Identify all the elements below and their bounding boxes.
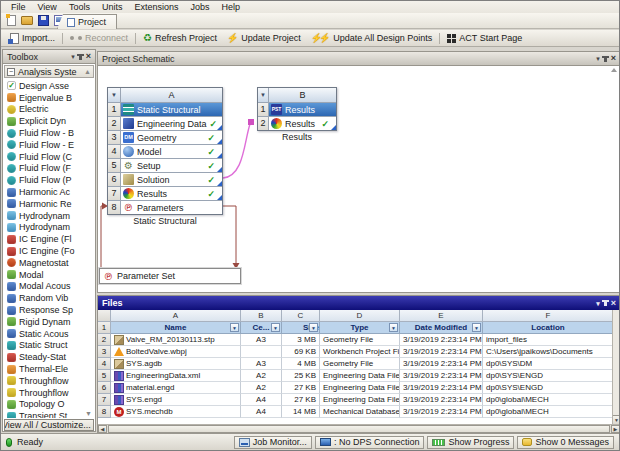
pin-icon[interactable] bbox=[604, 300, 607, 306]
parameter-set-bar[interactable]: ℗ Parameter Set bbox=[99, 268, 241, 284]
toolbox-item[interactable]: Magnetostat bbox=[4, 257, 94, 269]
header-date-modified[interactable]: Date Modified▼ bbox=[400, 322, 483, 334]
file-row[interactable]: 4 SYS.agdb A3 4 MB Geometry File 3/19/20… bbox=[98, 358, 620, 370]
update-all-design-points-button[interactable]: ⚡⚡ Update All Design Points bbox=[306, 31, 438, 46]
scroll-right-icon[interactable]: ▶ bbox=[611, 425, 620, 433]
filter-dropdown-icon[interactable]: ▼ bbox=[389, 323, 398, 332]
toolbox-item[interactable]: Topology O bbox=[4, 399, 94, 411]
job-monitor-button[interactable]: Job Monitor... bbox=[234, 436, 312, 449]
panel-menu-icon[interactable]: ▾ bbox=[71, 53, 75, 60]
toolbox-item[interactable]: Throughflow bbox=[4, 375, 94, 387]
new-project-button[interactable] bbox=[4, 14, 18, 27]
toolbox-item[interactable]: Rigid Dynam bbox=[4, 316, 94, 328]
toolbox-item[interactable]: Steady-Stat bbox=[4, 351, 94, 363]
panel-menu-icon[interactable]: ▾ bbox=[596, 55, 600, 62]
file-row[interactable]: 8 MSYS.mechdb A4 14 MB Mechanical Databa… bbox=[98, 406, 620, 418]
scroll-left-icon[interactable]: ◀ bbox=[98, 425, 107, 433]
schematic-canvas[interactable]: ▼ A 1 Static Structural 2 Engineering Da… bbox=[98, 66, 620, 292]
scroll-down-icon[interactable]: ▼ bbox=[85, 410, 92, 417]
model-cell[interactable]: 4 Model✓ bbox=[108, 144, 222, 158]
toolbox-item[interactable]: Hydrodynam bbox=[4, 210, 94, 222]
import-button[interactable]: Import... bbox=[5, 31, 60, 46]
close-icon[interactable]: × bbox=[86, 52, 91, 61]
toolbox-item[interactable]: Fluid Flow (C bbox=[4, 151, 94, 163]
save-project-button[interactable] bbox=[36, 14, 50, 27]
toolbox-item[interactable]: Explicit Dyn bbox=[4, 115, 94, 127]
collapse-icon[interactable]: − bbox=[7, 68, 15, 76]
column-letter[interactable]: C bbox=[282, 310, 320, 322]
column-letter[interactable]: A bbox=[111, 310, 241, 322]
system-a-row-header-cell[interactable]: 1 Static Structural bbox=[108, 102, 222, 116]
parameters-cell[interactable]: 8 ℗Parameters bbox=[108, 200, 222, 214]
toolbox-item[interactable]: Fluid Flow (P bbox=[4, 174, 94, 186]
pin-icon[interactable] bbox=[79, 54, 82, 60]
panel-menu-icon[interactable]: ▾ bbox=[596, 300, 600, 307]
setup-cell[interactable]: 5 ⚙Setup✓ bbox=[108, 158, 222, 172]
system-a-header[interactable]: ▼ A bbox=[108, 88, 222, 102]
toolbox-item[interactable]: Thermal-Ele bbox=[4, 363, 94, 375]
view-all-customize-button[interactable]: View All / Customize... bbox=[4, 419, 94, 431]
menu-file[interactable]: File bbox=[5, 1, 32, 13]
toolbox-item[interactable]: Response Sp bbox=[4, 304, 94, 316]
file-row[interactable]: 3 BoltedValve.wbpj 69 KB Workbench Proje… bbox=[98, 346, 620, 358]
files-horizontal-scrollbar[interactable]: ◀ ▶ bbox=[98, 424, 620, 433]
toolbox-item[interactable]: Hydrodynam bbox=[4, 222, 94, 234]
toolbox-item[interactable]: Throughflow bbox=[4, 387, 94, 399]
column-letter[interactable]: E bbox=[400, 310, 483, 322]
filter-dropdown-icon[interactable]: ▼ bbox=[309, 323, 318, 332]
reconnect-button[interactable]: Reconnect bbox=[65, 31, 133, 46]
menu-jobs[interactable]: Jobs bbox=[184, 1, 215, 13]
toolbox-item[interactable]: Fluid Flow (F bbox=[4, 163, 94, 175]
file-row[interactable]: 7 SYS.engd A4 27 KB Engineering Data Fil… bbox=[98, 394, 620, 406]
column-letter[interactable]: D bbox=[320, 310, 400, 322]
results-cell[interactable]: 7 Results✓ bbox=[108, 186, 222, 200]
toolbox-item[interactable]: IC Engine (Fo bbox=[4, 245, 94, 257]
system-b-caption[interactable]: Results bbox=[257, 132, 337, 142]
system-b-header[interactable]: ▼ B bbox=[258, 88, 336, 102]
close-icon[interactable]: × bbox=[611, 299, 616, 308]
toolbox-item[interactable]: Harmonic Re bbox=[4, 198, 94, 210]
solution-cell[interactable]: 6 Solution✓ bbox=[108, 172, 222, 186]
open-project-button[interactable] bbox=[20, 14, 34, 27]
system-a-caption[interactable]: Static Structural bbox=[107, 216, 223, 226]
results-b-cell[interactable]: 2 Results✓ bbox=[258, 116, 336, 130]
menu-tools[interactable]: Tools bbox=[63, 1, 96, 13]
menu-units[interactable]: Units bbox=[96, 1, 129, 13]
toolbox-item[interactable]: ✓Design Asse bbox=[4, 80, 94, 92]
header-type[interactable]: Type▼ bbox=[320, 322, 400, 334]
toolbox-item[interactable]: Transient St bbox=[4, 410, 94, 418]
toolbox-item[interactable]: Modal bbox=[4, 269, 94, 281]
toolbox-item[interactable]: Fluid Flow - B bbox=[4, 127, 94, 139]
header-name[interactable]: Name▼ bbox=[111, 322, 241, 334]
toolbox-item[interactable]: Harmonic Ac bbox=[4, 186, 94, 198]
scroll-up-icon[interactable]: ▲ bbox=[84, 68, 91, 75]
show-messages-button[interactable]: Show 0 Messages bbox=[517, 436, 614, 449]
menu-extensions[interactable]: Extensions bbox=[128, 1, 184, 13]
filter-dropdown-icon[interactable]: ▼ bbox=[271, 323, 280, 332]
header-location[interactable]: Location bbox=[483, 322, 614, 334]
menu-view[interactable]: View bbox=[32, 1, 63, 13]
dps-connection-button[interactable]: : No DPS Connection bbox=[315, 436, 425, 449]
scroll-up-icon[interactable] bbox=[611, 68, 617, 72]
column-letter[interactable]: B bbox=[241, 310, 282, 322]
filter-dropdown-icon[interactable]: ▼ bbox=[472, 323, 481, 332]
toolbox-item[interactable]: Modal Acous bbox=[4, 281, 94, 293]
header-size[interactable]: Size▼ bbox=[282, 322, 320, 334]
pin-icon[interactable] bbox=[604, 56, 607, 62]
scrollbar-thumb[interactable] bbox=[108, 425, 610, 433]
column-letter[interactable]: F bbox=[483, 310, 614, 322]
menu-help[interactable]: Help bbox=[215, 1, 246, 13]
files-vertical-scrollbar[interactable]: ▼ bbox=[612, 310, 620, 424]
file-row[interactable]: 2 Valve_RM_20130113.stp A3 3 MB Geometry… bbox=[98, 334, 620, 346]
toolbox-item[interactable]: Random Vib bbox=[4, 292, 94, 304]
file-row[interactable]: 6 material.engd A2 27 KB Engineering Dat… bbox=[98, 382, 620, 394]
toolbox-item[interactable]: Electric bbox=[4, 104, 94, 116]
close-icon[interactable]: × bbox=[611, 54, 616, 63]
geometry-cell[interactable]: 3 DMGeometry✓ bbox=[108, 130, 222, 144]
toolbox-item[interactable]: Eigenvalue B bbox=[4, 92, 94, 104]
act-start-page-button[interactable]: ACT Start Page bbox=[442, 31, 527, 46]
toolbox-group-analysis-systems[interactable]: − Analysis Syste ▲ bbox=[4, 65, 94, 78]
header-cell[interactable]: Ce...▼ bbox=[241, 322, 282, 334]
toolbox-item[interactable]: Static Struct bbox=[4, 340, 94, 352]
scroll-down-icon[interactable]: ▼ bbox=[613, 415, 620, 424]
